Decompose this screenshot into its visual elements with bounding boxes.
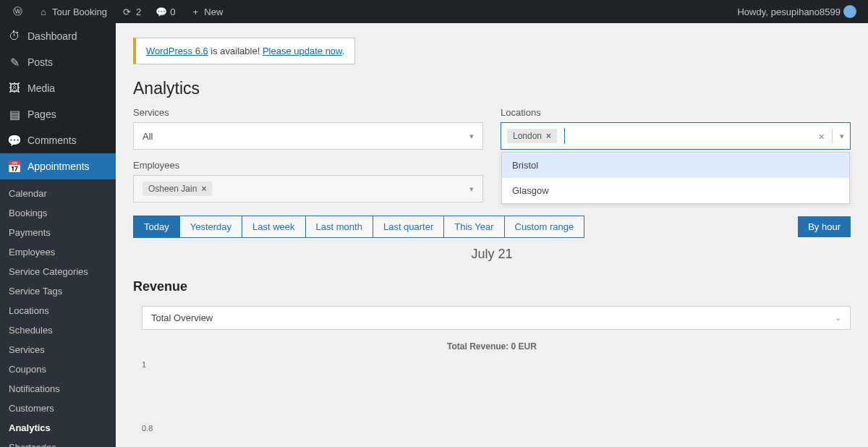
date-heading: July 21 [133, 247, 851, 262]
divider [832, 129, 833, 143]
update-now-link[interactable]: Please update now [263, 46, 342, 56]
admin-toolbar: ⓦ ⌂Tour Booking ⟳2 💬0 +New Howdy, pesupi… [0, 0, 868, 23]
submenu-item-service-categories[interactable]: Service Categories [0, 262, 116, 281]
wp-logo[interactable]: ⓦ [6, 0, 29, 23]
menu-icon: 📅 [7, 159, 22, 174]
submenu-item-customers[interactable]: Customers [0, 399, 116, 418]
submenu-item-bookings[interactable]: Bookings [0, 203, 116, 223]
wp-version-link[interactable]: WordPress 6.6 [146, 46, 208, 56]
submenu-item-coupons[interactable]: Coupons [0, 359, 116, 379]
range-custom-range[interactable]: Custom range [504, 216, 585, 238]
tag-label: London [513, 131, 542, 141]
menu-icon: 🖼 [7, 81, 22, 95]
range-last-month[interactable]: Last month [305, 216, 373, 238]
new-label: New [204, 7, 223, 17]
submenu-item-notifications[interactable]: Notifications [0, 379, 116, 399]
range-yesterday[interactable]: Yesterday [179, 216, 242, 238]
y-tick: 0.8 [142, 424, 153, 433]
admin-sidebar: ⏱Dashboard✎Posts🖼Media▤Pages💬Comments📅Ap… [0, 23, 116, 447]
overview-select[interactable]: Total Overview ⌄ [142, 306, 851, 330]
submenu-item-shortcodes[interactable]: Shortcodes [0, 438, 116, 447]
wordpress-icon: ⓦ [12, 6, 23, 17]
page-title: Analytics [133, 79, 851, 98]
employee-tag: Osheen Jain × [142, 182, 212, 196]
appointments-submenu: CalendarBookingsPaymentsEmployeesService… [0, 179, 116, 447]
range-today[interactable]: Today [133, 216, 180, 238]
tag-remove-icon[interactable]: × [201, 184, 206, 194]
comment-icon: 💬 [156, 6, 167, 17]
howdy-prefix: Howdy, [737, 7, 767, 17]
site-name: Tour Booking [52, 7, 107, 17]
chevron-down-icon: ▾ [469, 132, 474, 141]
locations-dropdown: Bristol Glasgow [501, 152, 850, 204]
location-option-bristol[interactable]: Bristol [502, 153, 849, 178]
date-range-group: TodayYesterdayLast weekLast monthLast qu… [133, 216, 584, 238]
updates-link[interactable]: ⟳2 [116, 0, 147, 23]
locations-label: Locations [501, 107, 851, 118]
chart-title: Total Revenue: 0 EUR [133, 341, 851, 352]
notice-mid: is available! [208, 46, 263, 56]
y-tick: 1 [142, 360, 146, 369]
account-link[interactable]: Howdy, pesupihano8599 [731, 0, 862, 23]
sidebar-item-media[interactable]: 🖼Media [0, 75, 116, 101]
range-this-year[interactable]: This Year [443, 216, 504, 238]
sidebar-item-pages[interactable]: ▤Pages [0, 101, 116, 127]
submenu-item-schedules[interactable]: Schedules [0, 320, 116, 340]
chevron-down-icon[interactable]: ▾ [840, 132, 844, 141]
submenu-item-employees[interactable]: Employees [0, 242, 116, 262]
submenu-item-locations[interactable]: Locations [0, 301, 116, 320]
location-tag-london: London × [507, 129, 557, 143]
submenu-item-service-tags[interactable]: Service Tags [0, 281, 116, 301]
range-last-quarter[interactable]: Last quarter [373, 216, 444, 238]
menu-icon: ▤ [7, 107, 22, 122]
notice-period: . [342, 46, 345, 56]
home-icon: ⌂ [38, 6, 49, 17]
sidebar-item-appointments[interactable]: 📅Appointments [0, 153, 116, 179]
update-notice: WordPress 6.6 is available! Please updat… [133, 38, 355, 64]
menu-icon: ⏱ [7, 29, 22, 43]
sidebar-item-dashboard[interactable]: ⏱Dashboard [0, 23, 116, 49]
chevron-down-icon: ⌄ [835, 313, 841, 323]
revenue-chart: 1 0.8 0.6 [142, 360, 851, 447]
username: pesupihano8599 [771, 7, 841, 17]
tag-label: Osheen Jain [148, 184, 197, 194]
clear-all-icon[interactable]: × [818, 130, 825, 142]
main-content: WordPress 6.6 is available! Please updat… [116, 23, 868, 447]
chevron-down-icon: ▾ [469, 184, 474, 194]
employees-select[interactable]: Osheen Jain × ▾ [133, 175, 483, 203]
locations-select[interactable]: London × × ▾ Bristol Glasgow [501, 122, 851, 150]
site-link[interactable]: ⌂Tour Booking [32, 0, 113, 23]
by-hour-button[interactable]: By hour [798, 216, 851, 237]
overview-label: Total Overview [151, 312, 213, 323]
submenu-item-services[interactable]: Services [0, 340, 116, 359]
new-link[interactable]: +New [184, 0, 229, 23]
menu-icon: ✎ [7, 55, 22, 69]
employees-label: Employees [133, 160, 483, 171]
services-label: Services [133, 107, 483, 118]
revenue-heading: Revenue [133, 279, 851, 294]
plus-icon: + [190, 6, 201, 17]
sidebar-item-comments[interactable]: 💬Comments [0, 127, 116, 153]
location-option-glasgow[interactable]: Glasgow [502, 178, 849, 203]
toolbar-right: Howdy, pesupihano8599 [731, 0, 862, 23]
updates-count: 2 [136, 7, 141, 17]
sidebar-item-posts[interactable]: ✎Posts [0, 49, 116, 75]
submenu-item-payments[interactable]: Payments [0, 223, 116, 242]
avatar [843, 5, 856, 18]
tag-remove-icon[interactable]: × [546, 131, 551, 141]
services-select[interactable]: All ▾ [133, 122, 483, 150]
services-value: All [142, 131, 153, 142]
comments-count: 0 [170, 7, 175, 17]
toolbar-left: ⓦ ⌂Tour Booking ⟳2 💬0 +New [6, 0, 229, 23]
range-last-week[interactable]: Last week [242, 216, 306, 238]
submenu-item-calendar[interactable]: Calendar [0, 184, 116, 203]
refresh-icon: ⟳ [122, 6, 133, 17]
text-caret [564, 128, 565, 144]
comments-link[interactable]: 💬0 [150, 0, 181, 23]
menu-icon: 💬 [7, 133, 22, 148]
submenu-item-analytics[interactable]: Analytics [0, 418, 116, 438]
